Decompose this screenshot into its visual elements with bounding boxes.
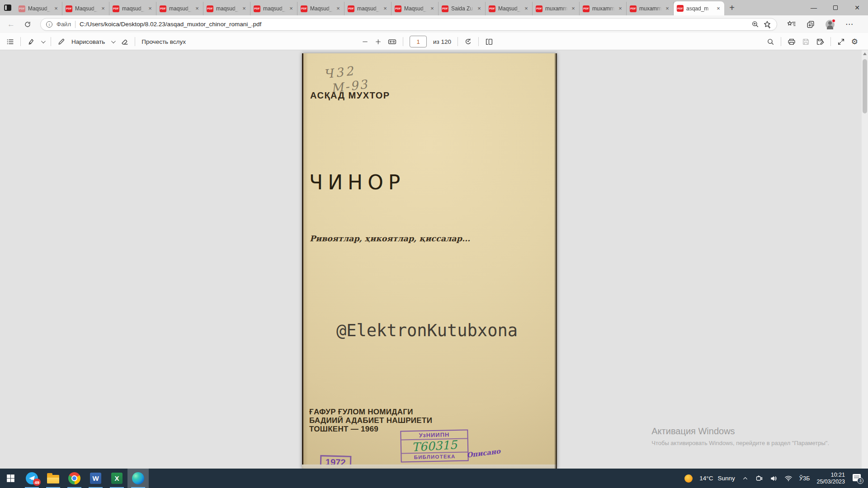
browser-tab-14[interactable]: PDFmuxamm×: [627, 2, 674, 15]
browser-tab-13[interactable]: PDFmuxamm×: [580, 2, 627, 15]
profile-avatar[interactable]: [826, 20, 835, 29]
vertical-scrollbar[interactable]: [862, 50, 868, 469]
start-icon: [6, 474, 15, 483]
read-aloud-button[interactable]: Прочесть вслух: [142, 38, 186, 45]
clock-widget[interactable]: 10:21 25/03/2023: [816, 472, 845, 485]
tab-close-icon[interactable]: ×: [618, 6, 623, 11]
weather-sun-icon[interactable]: [684, 474, 693, 483]
page-view-button[interactable]: [485, 38, 493, 46]
tab-close-icon[interactable]: ×: [476, 6, 482, 11]
tab-title: maqsud_: [357, 5, 380, 12]
page-count-label: из 120: [433, 38, 451, 45]
table-of-contents-button[interactable]: [6, 38, 14, 46]
save-as-button[interactable]: [816, 38, 824, 46]
highlighter-button[interactable]: [27, 38, 35, 46]
pdf-file-icon: PDF: [348, 5, 354, 12]
zoom-in-button[interactable]: [375, 38, 382, 45]
browser-tab-5[interactable]: PDFmaqsud_×: [203, 2, 250, 15]
menu-ellipsis-button[interactable]: ⋯: [845, 19, 854, 29]
volume-icon[interactable]: [770, 475, 778, 482]
tray-chevron-up-icon[interactable]: [742, 475, 749, 482]
favorites-icon[interactable]: [787, 20, 796, 28]
url-omnibox[interactable]: i Файл C:/Users/koica/Desktop/8.02.23/as…: [40, 18, 777, 31]
browser-tab-7[interactable]: PDFMaqsud_×: [297, 2, 344, 15]
scrollbar-up-button[interactable]: [863, 52, 867, 55]
tab-close-icon[interactable]: ×: [665, 6, 670, 11]
fit-to-width-button[interactable]: [388, 38, 396, 46]
scrollbar-thumb[interactable]: [863, 59, 867, 113]
wifi-icon[interactable]: [784, 475, 793, 482]
excel-icon: X: [111, 473, 123, 484]
draw-dropdown-chevron-icon[interactable]: [111, 39, 116, 43]
rotate-button[interactable]: [464, 38, 472, 46]
zoom-out-button[interactable]: [362, 38, 368, 45]
browser-tab-10[interactable]: PDFSaida Zu×: [439, 2, 486, 15]
tab-close-icon[interactable]: ×: [429, 6, 435, 11]
add-favorite-star-icon[interactable]: [763, 20, 771, 28]
back-button[interactable]: ←: [7, 20, 15, 29]
meet-now-icon[interactable]: [755, 475, 763, 482]
browser-tab-3[interactable]: PDFmaqsud_×: [109, 2, 156, 15]
highlighter-dropdown-chevron-icon[interactable]: [41, 39, 46, 43]
draw-button[interactable]: Нарисовать: [71, 38, 105, 45]
collections-icon[interactable]: [807, 20, 815, 28]
close-button[interactable]: ✕: [846, 0, 868, 15]
page-number-input[interactable]: [410, 36, 427, 47]
page-bottom-edge: [302, 465, 557, 469]
taskbar-explorer-button[interactable]: [42, 469, 64, 488]
url-text[interactable]: C:/Users/koica/Desktop/8.02.23/asqad_mux…: [80, 21, 261, 28]
taskbar-telegram-button[interactable]: 49: [21, 469, 42, 488]
browser-tab-9[interactable]: PDFMaqsud_×: [392, 2, 439, 15]
browser-tab-8[interactable]: PDFmaqsud_×: [344, 2, 392, 15]
browser-tab-4[interactable]: PDFmaqsud_×: [156, 2, 203, 15]
minimize-button[interactable]: —: [803, 0, 825, 15]
windows-taskbar: 49WX 14°C Sunny ЎЗБ 10:21 25/03/2023: [0, 469, 868, 488]
print-button[interactable]: [788, 38, 796, 46]
opisano-stamp: Описано: [466, 447, 501, 459]
weather-widget[interactable]: 14°C Sunny: [699, 475, 735, 482]
book-subtitle: Ривоятлар, ҳикоятлар, қиссалар...: [310, 234, 470, 243]
browser-tab-12[interactable]: PDFmuxamm×: [533, 2, 580, 15]
tab-title: maqsud_: [122, 5, 145, 12]
library-stamp: УзНИИПН Т60315 БИБЛИОТЕКА: [400, 429, 468, 462]
taskbar-word-button[interactable]: W: [85, 469, 106, 488]
tab-close-icon[interactable]: ×: [147, 6, 153, 11]
refresh-button[interactable]: [24, 21, 31, 28]
restore-button[interactable]: [825, 0, 846, 15]
taskbar-chrome-button[interactable]: [64, 469, 85, 488]
save-button[interactable]: [802, 38, 810, 46]
omnibox-divider: [75, 21, 75, 28]
tab-close-icon[interactable]: ×: [100, 6, 106, 11]
draw-pen-icon[interactable]: [57, 38, 65, 46]
tab-close-icon[interactable]: ×: [571, 6, 576, 11]
tab-close-icon[interactable]: ×: [716, 6, 721, 11]
tab-close-icon[interactable]: ×: [288, 6, 294, 11]
pdf-file-icon: PDF: [160, 5, 166, 12]
new-tab-button[interactable]: +: [724, 0, 740, 15]
browser-tab-1[interactable]: PDFMaqsud_×: [15, 2, 62, 15]
notification-center-button[interactable]: 3: [852, 473, 863, 484]
tab-actions-button[interactable]: [0, 0, 15, 15]
language-indicator[interactable]: ЎЗБ: [799, 475, 810, 482]
taskbar-edge-button[interactable]: [127, 469, 149, 488]
tab-close-icon[interactable]: ×: [335, 6, 341, 11]
info-icon[interactable]: i: [46, 21, 52, 28]
taskbar-excel-button[interactable]: X: [106, 469, 127, 488]
taskbar-start-button[interactable]: [0, 469, 21, 488]
tab-title: maqsud_: [169, 5, 192, 12]
tab-close-icon[interactable]: ×: [524, 6, 529, 11]
settings-gear-button[interactable]: ⚙: [851, 37, 858, 46]
fullscreen-button[interactable]: [837, 38, 845, 46]
browser-tab-2[interactable]: PDFMaqsud_×: [62, 2, 109, 15]
browser-tab-11[interactable]: PDFMaqsud_×: [486, 2, 533, 15]
eraser-button[interactable]: [121, 38, 128, 46]
tab-close-icon[interactable]: ×: [53, 6, 59, 11]
tab-title: Maqsud_: [310, 5, 333, 12]
browser-tab-15[interactable]: PDFasqad_m×: [674, 1, 724, 15]
tab-close-icon[interactable]: ×: [241, 6, 247, 11]
search-button[interactable]: [767, 38, 774, 46]
zoom-page-icon[interactable]: [751, 20, 759, 28]
tab-close-icon[interactable]: ×: [382, 6, 388, 11]
tab-close-icon[interactable]: ×: [194, 6, 200, 11]
browser-tab-6[interactable]: PDFmaqsud_×: [250, 2, 297, 15]
